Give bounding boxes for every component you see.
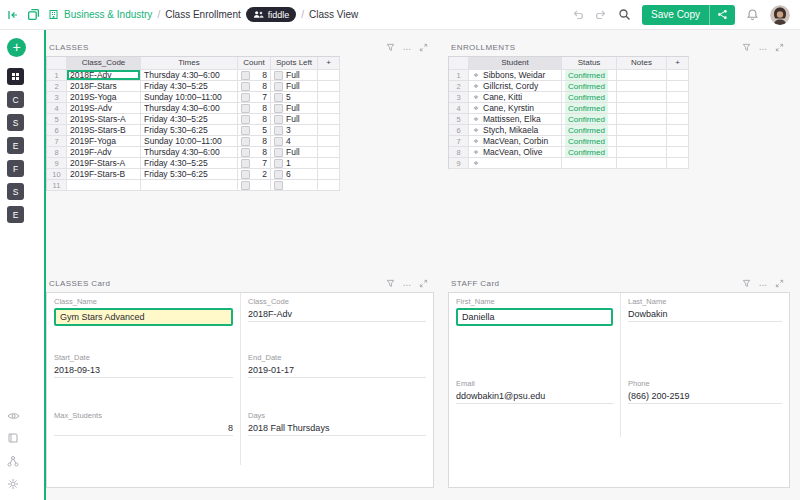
cell-spots-left[interactable]: Full — [271, 81, 318, 92]
eye-icon[interactable] — [7, 411, 20, 421]
cell-status[interactable] — [562, 158, 617, 169]
row-number[interactable]: 11 — [47, 180, 67, 191]
field-value-class-code[interactable]: 2018F-Adv — [248, 309, 426, 322]
add-new-button[interactable]: + — [7, 38, 26, 57]
page-item[interactable]: C — [7, 91, 24, 108]
cell-class-code[interactable]: 2019S-Adv — [67, 103, 141, 114]
cell-notes[interactable] — [617, 70, 667, 81]
row-number[interactable]: 6 — [449, 125, 469, 136]
cell-spots-left[interactable]: 4 — [271, 136, 318, 147]
field-value-class-name[interactable]: Gym Stars Advanced — [54, 308, 233, 326]
cell-times[interactable]: Friday 4:30–5:25 — [141, 158, 238, 169]
cell-notes[interactable] — [617, 81, 667, 92]
page-item[interactable]: S — [7, 114, 24, 131]
row-number[interactable]: 5 — [449, 114, 469, 125]
cell-spots-left[interactable]: 1 — [271, 158, 318, 169]
cell-count[interactable]: 8 — [238, 147, 271, 158]
cell-spots-left[interactable]: 6 — [271, 169, 318, 180]
cell-status[interactable]: Confirmed — [562, 70, 617, 81]
cell-count[interactable]: 7 — [238, 92, 271, 103]
cell-count[interactable]: 8 — [238, 136, 271, 147]
cell-spots-left[interactable]: Full — [271, 70, 318, 81]
cell-count[interactable]: 8 — [238, 114, 271, 125]
field-value-first-name[interactable]: Daniella — [456, 308, 613, 326]
expand-widget-icon[interactable] — [775, 279, 784, 288]
cell-class-code[interactable] — [67, 180, 141, 191]
row-number[interactable]: 2 — [449, 81, 469, 92]
row-number[interactable]: 7 — [449, 136, 469, 147]
cell-count[interactable]: 5 — [238, 125, 271, 136]
cell-class-code[interactable]: 2019S-Stars-B — [67, 125, 141, 136]
cell-status[interactable]: Confirmed — [562, 92, 617, 103]
notifications-bell-icon[interactable] — [746, 8, 759, 21]
cell-notes[interactable] — [617, 158, 667, 169]
cell-times[interactable]: Sunday 10:00–11:00 — [141, 136, 238, 147]
cell-notes[interactable] — [617, 147, 667, 158]
page-item[interactable]: E — [7, 137, 24, 154]
doc-list-icon[interactable] — [27, 8, 40, 21]
corner-header[interactable] — [47, 57, 67, 70]
cell-empty[interactable] — [318, 81, 340, 92]
cell-empty[interactable] — [318, 180, 340, 191]
cell-status[interactable]: Confirmed — [562, 147, 617, 158]
cell-status[interactable]: Confirmed — [562, 81, 617, 92]
row-number[interactable]: 3 — [449, 92, 469, 103]
cell-times[interactable]: Thursday 4:30–6:00 — [141, 147, 238, 158]
row-number[interactable]: 6 — [47, 125, 67, 136]
row-number[interactable]: 9 — [449, 158, 469, 169]
row-number[interactable]: 8 — [47, 147, 67, 158]
cell-notes[interactable] — [617, 103, 667, 114]
expand-widget-icon[interactable] — [419, 279, 428, 288]
more-menu-icon[interactable]: ... — [403, 280, 411, 286]
cell-count[interactable]: 8 — [238, 81, 271, 92]
cell-count[interactable]: 7 — [238, 158, 271, 169]
cell-class-code[interactable]: 2018F-Adv — [67, 70, 141, 81]
cell-class-code[interactable]: 2019F-Adv — [67, 147, 141, 158]
field-value-phone[interactable]: (866) 200-2519 — [628, 391, 782, 404]
more-menu-icon[interactable]: ... — [403, 44, 411, 50]
cell-class-code[interactable]: 2019F-Stars-B — [67, 169, 141, 180]
breadcrumb-org[interactable]: Business & Industry — [64, 9, 152, 20]
cell-times[interactable]: Thursday 4:30–6:00 — [141, 70, 238, 81]
cell-student[interactable]: Stych, Mikaela — [469, 125, 562, 136]
collapse-panel-icon[interactable] — [7, 9, 19, 21]
row-number[interactable]: 3 — [47, 92, 67, 103]
cell-empty[interactable] — [667, 114, 689, 125]
cell-times[interactable]: Friday 4:30–5:25 — [141, 114, 238, 125]
row-number[interactable]: 4 — [449, 103, 469, 114]
page-item[interactable]: S — [7, 183, 24, 200]
cell-spots-left[interactable] — [271, 180, 318, 191]
page-item[interactable]: E — [7, 206, 24, 223]
cell-class-code[interactable]: 2019S-Yoga — [67, 92, 141, 103]
cell-status[interactable]: Confirmed — [562, 125, 617, 136]
column-header-status[interactable]: Status — [562, 57, 617, 70]
row-number[interactable]: 2 — [47, 81, 67, 92]
cell-spots-left[interactable]: Full — [271, 114, 318, 125]
cell-class-code[interactable]: 2019F-Yoga — [67, 136, 141, 147]
cell-student[interactable]: Cane, Kitti — [469, 92, 562, 103]
cell-student[interactable]: MacVean, Olive — [469, 147, 562, 158]
cell-count[interactable] — [238, 180, 271, 191]
cell-empty[interactable] — [318, 136, 340, 147]
cell-empty[interactable] — [667, 125, 689, 136]
field-value-end-date[interactable]: 2019-01-17 — [248, 365, 426, 378]
breadcrumb-doc[interactable]: Class Enrollment — [165, 9, 241, 20]
column-header-count[interactable]: Count — [238, 57, 271, 70]
tutorial-book-icon[interactable] — [7, 432, 20, 444]
row-number[interactable]: 1 — [449, 70, 469, 81]
row-number[interactable]: 10 — [47, 169, 67, 180]
cell-empty[interactable] — [318, 114, 340, 125]
cell-notes[interactable] — [617, 114, 667, 125]
field-value-last-name[interactable]: Dowbakin — [628, 309, 782, 322]
cell-times[interactable]: Sunday 10:00–11:00 — [141, 92, 238, 103]
cell-empty[interactable] — [667, 70, 689, 81]
cell-empty[interactable] — [318, 147, 340, 158]
cell-count[interactable]: 8 — [238, 103, 271, 114]
corner-header[interactable] — [449, 57, 469, 70]
more-menu-icon[interactable]: ... — [759, 44, 767, 50]
add-column-header[interactable]: + — [667, 57, 689, 70]
row-number[interactable]: 4 — [47, 103, 67, 114]
cell-student[interactable]: Mattissen, Elka — [469, 114, 562, 125]
cell-empty[interactable] — [667, 92, 689, 103]
share-icon[interactable] — [710, 9, 735, 20]
